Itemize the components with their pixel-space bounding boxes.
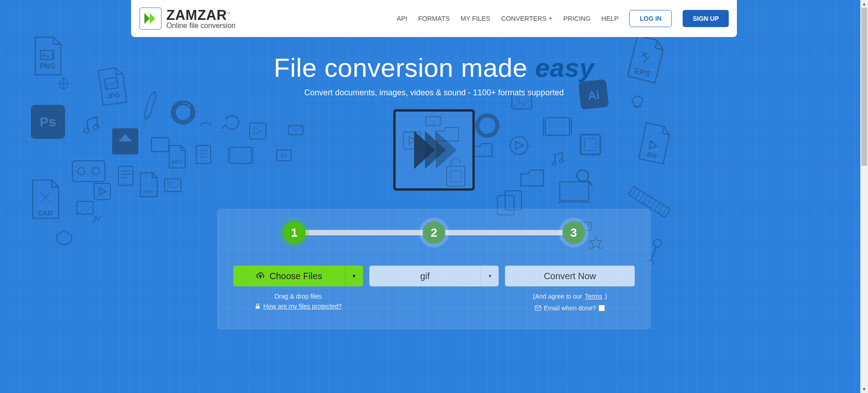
- scroll-down-icon[interactable]: ▼: [860, 385, 868, 393]
- login-button[interactable]: LOG IN: [629, 10, 672, 27]
- terms-hint: (And agree to our Terms): [533, 293, 607, 300]
- nav-pricing[interactable]: PRICING: [563, 15, 590, 22]
- hero-title: File conversion made easy: [0, 52, 868, 83]
- choose-files-button[interactable]: Choose Files: [233, 266, 345, 286]
- convert-button[interactable]: Convert Now: [505, 266, 635, 286]
- header: ZAMZAR™ Online file conversion API FORMA…: [131, 0, 737, 37]
- step-1: 1: [283, 221, 306, 244]
- envelope-icon: [535, 305, 541, 311]
- scrollbar[interactable]: ▲ ▼: [860, 0, 868, 393]
- main-nav: API FORMATS MY FILES CONVERTERS▼ PRICING…: [397, 10, 729, 27]
- hero: File conversion made easy Convert docume…: [0, 52, 868, 98]
- email-when-done-checkbox[interactable]: [599, 305, 605, 311]
- hero-subtitle: Convert documents, images, videos & soun…: [0, 88, 868, 98]
- trademark: ™: [227, 12, 231, 16]
- email-when-done-label: Email when done?: [544, 304, 596, 312]
- scrollbar-thumb[interactable]: [861, 8, 867, 166]
- step-3: 3: [562, 221, 585, 244]
- signup-button[interactable]: SIGN UP: [683, 10, 729, 27]
- upload-cloud-icon: [256, 271, 265, 281]
- conversion-panel: 1 2 3 Choose Files ▼ Drag & drop files H…: [217, 209, 651, 330]
- hero-logo-icon: [393, 109, 475, 191]
- step-indicator: 1 2 3: [233, 221, 635, 244]
- nav-converters[interactable]: CONVERTERS▼: [501, 15, 552, 22]
- nav-myfiles[interactable]: MY FILES: [461, 15, 491, 22]
- nav-help[interactable]: HELP: [601, 15, 618, 22]
- nav-api[interactable]: API: [397, 15, 407, 22]
- files-protected-link[interactable]: How are my files protected?: [264, 303, 342, 310]
- choose-files-dropdown[interactable]: ▼: [345, 266, 363, 286]
- chevron-down-icon: ▼: [548, 16, 552, 21]
- brand-name: ZAMZAR: [166, 7, 227, 23]
- lock-icon: [255, 303, 261, 309]
- dragdrop-hint: Drag & drop files: [274, 293, 321, 300]
- terms-link[interactable]: Terms: [585, 293, 602, 300]
- step-2: 2: [423, 221, 445, 244]
- format-select[interactable]: gif: [369, 266, 481, 286]
- format-select-caret[interactable]: ▼: [481, 266, 499, 286]
- scroll-up-icon[interactable]: ▲: [860, 0, 868, 8]
- brand[interactable]: ZAMZAR™ Online file conversion: [166, 7, 236, 30]
- nav-formats[interactable]: FORMATS: [418, 15, 450, 22]
- logo-icon[interactable]: [139, 7, 162, 30]
- svg-rect-52: [255, 306, 259, 309]
